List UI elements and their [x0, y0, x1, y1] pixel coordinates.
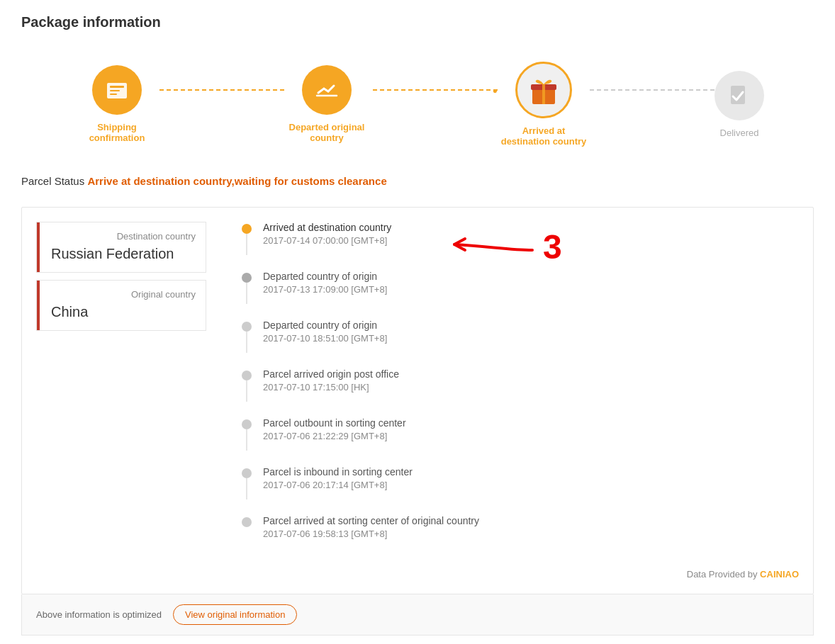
step-shipping-label: Shipping confirmation	[71, 122, 163, 143]
timeline-item-3: Parcel arrived origin post office 2017-0…	[242, 368, 799, 402]
timeline-dot-5	[242, 468, 252, 478]
timeline-line-2	[246, 332, 247, 353]
destination-box: Destination country Russian Federation	[36, 222, 206, 273]
svg-rect-6	[542, 84, 545, 104]
step-arrived-label: Arrived at destination country	[498, 125, 590, 147]
timeline-time-4: 2017-07-06 21:22:29 [GMT+8]	[263, 431, 799, 441]
dot-container-2	[242, 320, 252, 353]
timeline-item-5: Parcel is inbound in sorting center 2017…	[242, 466, 799, 499]
timeline-dot-1	[242, 273, 252, 283]
view-original-button[interactable]: View original information	[173, 604, 297, 625]
parcel-status-value: Arrive at destination country,waiting fo…	[87, 175, 386, 187]
step-shipping-icon	[92, 65, 142, 115]
connector-1	[159, 89, 284, 91]
dot-container-6	[242, 515, 252, 539]
timeline-dot-6	[242, 517, 252, 527]
footer-bar: Above information is optimized View orig…	[21, 594, 814, 635]
step-arrived-icon	[515, 62, 572, 118]
connector-3	[590, 89, 714, 91]
timeline-event-4: Parcel outbount in sorting center	[263, 417, 799, 429]
content-flex: Destination country Russian Federation O…	[36, 222, 799, 555]
step-departed-icon	[302, 65, 352, 115]
timeline-event-1: Departed country of origin	[263, 271, 799, 282]
step-shipping: Shipping confirmation	[71, 65, 163, 143]
destination-value: Russian Federation	[47, 246, 196, 262]
data-credit: Data Provided by CAINIAO	[36, 562, 799, 580]
data-credit-link[interactable]: CAINIAO	[760, 569, 799, 580]
dot-container-4	[242, 417, 252, 451]
timeline-time-5: 2017-07-06 20:17:14 [GMT+8]	[263, 480, 799, 490]
timeline-content-1: Departed country of origin 2017-07-13 17…	[263, 271, 799, 304]
timeline-line-0	[246, 234, 247, 255]
svg-rect-3	[110, 94, 117, 95]
connector-2: ●	[373, 89, 498, 91]
step-arrived: Arrived at destination country	[498, 62, 590, 147]
timeline-line-1	[246, 283, 247, 304]
timeline-content-0: Arrived at destination country 2017-07-1…	[263, 222, 799, 255]
dot-container-0	[242, 222, 252, 255]
timeline-line-4	[246, 429, 247, 451]
dot-container-1	[242, 271, 252, 304]
origin-box: Original country China	[36, 280, 206, 331]
timeline-event-3: Parcel arrived origin post office	[263, 368, 799, 380]
timeline-content-6: Parcel arrived at sorting center of orig…	[263, 515, 799, 539]
step-delivered-label: Delivered	[720, 128, 759, 138]
svg-rect-2	[110, 90, 120, 91]
timeline-time-3: 2017-07-10 17:15:00 [HK]	[263, 382, 799, 392]
timeline-line-3	[246, 380, 247, 402]
timeline-dot-2	[242, 322, 252, 332]
svg-rect-7	[731, 86, 745, 104]
dot-container-3	[242, 368, 252, 402]
timeline-dot-0	[242, 224, 252, 234]
parcel-status-bar: Parcel Status Arrive at destination coun…	[21, 168, 814, 194]
progress-steps: Shipping confirmation Departed original …	[28, 62, 807, 147]
timeline-item-0: Arrived at destination country 2017-07-1…	[242, 222, 799, 255]
dot-container-5	[242, 466, 252, 499]
timeline-line-5	[246, 478, 247, 499]
timeline-time-2: 2017-07-10 18:51:00 [GMT+8]	[263, 333, 799, 344]
timeline-event-2: Departed country of origin	[263, 320, 799, 331]
timeline-item-1: Departed country of origin 2017-07-13 17…	[242, 271, 799, 304]
timeline-event-0: Arrived at destination country	[263, 222, 799, 233]
timeline-time-1: 2017-07-13 17:09:00 [GMT+8]	[263, 284, 799, 295]
timeline-time-6: 2017-07-06 19:58:13 [GMT+8]	[263, 529, 799, 539]
timeline-event-5: Parcel is inbound in sorting center	[263, 466, 799, 478]
optimized-text: Above information is optimized	[36, 609, 162, 620]
step-departed: Departed original country	[281, 65, 373, 143]
timeline-item-4: Parcel outbount in sorting center 2017-0…	[242, 417, 799, 451]
svg-rect-1	[110, 86, 124, 88]
timeline-dot-4	[242, 419, 252, 429]
country-boxes: Destination country Russian Federation O…	[36, 222, 206, 555]
timeline: Arrived at destination country 2017-07-1…	[228, 222, 799, 555]
origin-value: China	[47, 304, 196, 320]
progress-section: Shipping confirmation Departed original …	[21, 47, 814, 154]
timeline-content-5: Parcel is inbound in sorting center 2017…	[263, 466, 799, 499]
timeline-item-2: Departed country of origin 2017-07-10 18…	[242, 320, 799, 353]
timeline-content-4: Parcel outbount in sorting center 2017-0…	[263, 417, 799, 451]
step-delivered: Delivered	[714, 71, 764, 138]
timeline-dot-3	[242, 371, 252, 380]
origin-label: Original country	[47, 289, 196, 300]
page-title: Package information	[21, 14, 814, 30]
data-credit-text: Data Provided by	[687, 569, 758, 580]
timeline-event-6: Parcel arrived at sorting center of orig…	[263, 515, 799, 526]
timeline-content-3: Parcel arrived origin post office 2017-0…	[263, 368, 799, 402]
parcel-status-label: Parcel Status	[21, 175, 84, 187]
timeline-content-2: Departed country of origin 2017-07-10 18…	[263, 320, 799, 353]
destination-label: Destination country	[47, 231, 196, 242]
timeline-item-6: Parcel arrived at sorting center of orig…	[242, 515, 799, 539]
step-delivered-icon	[714, 71, 764, 120]
main-content-area: Destination country Russian Federation O…	[21, 207, 814, 594]
step-departed-label: Departed original country	[281, 122, 373, 143]
timeline-time-0: 2017-07-14 07:00:00 [GMT+8]	[263, 235, 799, 246]
